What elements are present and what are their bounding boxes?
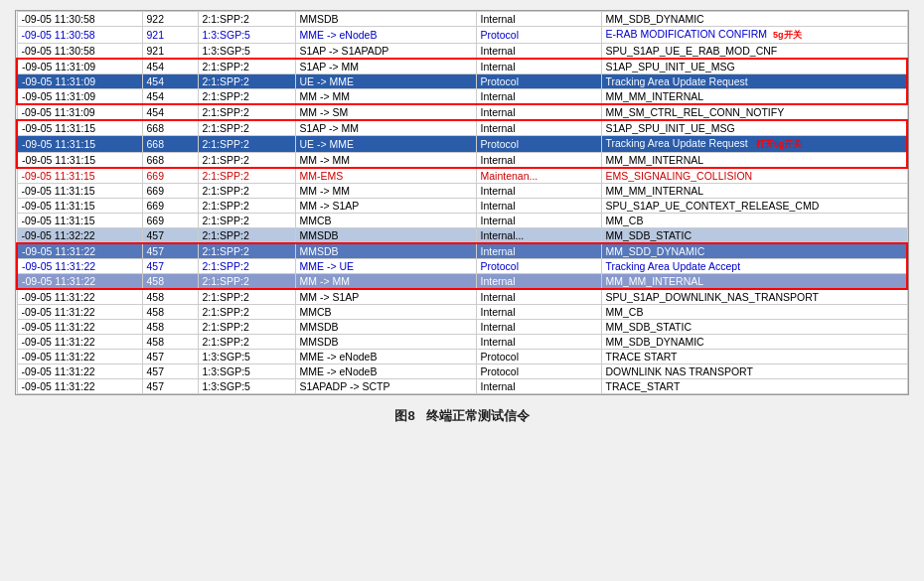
table-row: -09-05 11:31:094542:1:SPP:2UE -> MMEProt…	[17, 74, 907, 89]
table-row: -09-05 11:31:156692:1:SPP:2MM-EMSMainten…	[17, 168, 907, 184]
table-row: -09-05 11:31:224582:1:SPP:2MMSDBInternal…	[17, 320, 907, 335]
table-row: -09-05 11:31:224582:1:SPP:2MM -> S1APInt…	[17, 289, 907, 305]
table-row: -09-05 11:30:589222:1:SPP:2MMSDBInternal…	[17, 12, 907, 27]
figure-number: 图8	[394, 408, 414, 423]
table-row: -09-05 11:31:156692:1:SPP:2MM -> MMInter…	[17, 184, 907, 199]
table-row: -09-05 11:31:224571:3:SGP:5MME -> eNodeB…	[17, 364, 907, 379]
table-row: -09-05 11:30:589211:3:SGP:5MME -> eNodeB…	[17, 27, 907, 44]
table-row: -09-05 11:31:094542:1:SPP:2MM -> SMInter…	[17, 104, 907, 120]
table-row: -09-05 11:31:094542:1:SPP:2S1AP -> MMInt…	[17, 59, 907, 74]
figure-title: 终端正常测试信令	[426, 408, 530, 423]
table-row: -09-05 11:31:156692:1:SPP:2MM -> S1APInt…	[17, 199, 907, 214]
table-row: -09-05 11:31:224572:1:SPP:2MMSDBInternal…	[17, 243, 907, 259]
figure-caption: 图8 终端正常测试信令	[394, 407, 529, 425]
table-row: -09-05 11:31:224571:3:SGP:5S1APADP -> SC…	[17, 379, 907, 394]
table-row: -09-05 11:31:224571:3:SGP:5MME -> eNodeB…	[17, 350, 907, 364]
table-row: -09-05 11:31:156682:1:SPP:2S1AP -> MMInt…	[17, 120, 907, 136]
table-row: -09-05 11:31:224582:1:SPP:2MMCBInternalM…	[17, 305, 907, 320]
table-row: -09-05 11:32:224572:1:SPP:2MMSDBInternal…	[17, 228, 907, 244]
table-row: -09-05 11:31:156682:1:SPP:2MM -> MMInter…	[17, 153, 907, 169]
table-row: -09-05 11:31:156692:1:SPP:2MMCBInternalM…	[17, 214, 907, 228]
table-row: -09-05 11:31:224582:1:SPP:2MM -> MMInter…	[17, 274, 907, 290]
table-row: -09-05 11:31:224582:1:SPP:2MMSDBInternal…	[17, 335, 907, 350]
table-row: -09-05 11:31:094542:1:SPP:2MM -> MMInter…	[17, 89, 907, 105]
table-row: -09-05 11:30:589211:3:SGP:5S1AP -> S1APA…	[17, 44, 907, 60]
table-row: -09-05 11:31:224572:1:SPP:2MME -> UEProt…	[17, 259, 907, 274]
table-row: -09-05 11:31:156682:1:SPP:2UE -> MMEProt…	[17, 136, 907, 153]
message-table: -09-05 11:30:589222:1:SPP:2MMSDBInternal…	[15, 10, 909, 395]
